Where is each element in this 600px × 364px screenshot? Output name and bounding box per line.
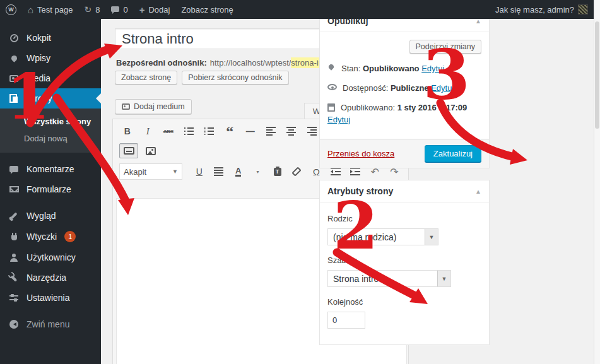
sidebar-item-label: Formularze [26,184,71,194]
italic-button[interactable]: I [140,124,156,139]
format-select-value: Akapit [124,167,172,177]
new-content-menu[interactable]: + Dodaj [134,0,176,19]
status-value: Opublikowano [363,64,420,73]
sidebar-item-label: Media [26,73,50,83]
sidebar-item-plugins[interactable]: Wtyczki1 [0,226,101,247]
attributes-panel-body: Rodzic (nie ma rodzica) ▼ Szablon Strona… [320,203,489,335]
site-name-menu[interactable]: ⌂ Test page [22,0,78,19]
comments-menu[interactable]: 0 [105,0,133,19]
bullet-list-button[interactable] [181,124,197,139]
sidebar-item-pages[interactable]: Strony [0,88,101,109]
add-new-icon: + [139,4,145,15]
collapse-icon [9,320,18,329]
justify-icon [214,167,223,176]
dashboard-icon [10,34,18,42]
collapse-panel-icon[interactable]: ▲ [475,188,481,195]
editor-sidebar: Opublikuj ▲ Podejrzyj zmiany Stan: Opubl… [319,9,490,345]
appearance-icon [10,212,17,219]
parent-label: Rodzic [327,214,481,223]
sidebar-item-tools[interactable]: Narzędzia [0,267,101,288]
bold-button[interactable]: B [119,124,136,139]
sidebar-item-label: Zwiń menu [26,319,69,329]
toolbar-toggle-button[interactable] [119,143,138,158]
sidebar-item-label: Wtyczki [26,232,57,242]
updates-icon: ↻ [84,4,91,15]
format-select[interactable]: Akapit ▼ [119,163,182,180]
bullet-list-icon [184,127,194,135]
sidebar-subitem[interactable]: Wszystkie strony [0,113,101,130]
image-button[interactable] [141,143,160,158]
sidebar-item-media[interactable]: Media [0,68,101,88]
publish-panel-footer: Przenieś do kosza Zaktualizuj [320,139,489,168]
text-color-button[interactable]: A [231,164,246,179]
home-icon: ⌂ [28,4,33,15]
account-menu[interactable]: Jak się masz, admin? [490,0,594,19]
update-button[interactable]: Zaktualizuj [425,145,481,162]
blockquote-icon: “ [226,128,233,134]
template-select[interactable]: Strona intro ▼ [327,270,451,287]
paste-as-text-button[interactable] [270,164,285,179]
strikethrough-button[interactable]: ABC [160,124,177,139]
view-page-button[interactable]: Zobacz stronę [115,71,177,85]
scrollbar-thumb[interactable] [595,21,599,129]
updates-count: 8 [95,5,100,15]
settings-icon [9,294,18,302]
updates-menu[interactable]: ↻ 8 [78,0,105,19]
numbered-list-button[interactable] [201,124,218,139]
sidebar-item-dashboard[interactable]: Kokpit [0,28,101,48]
scrollbar[interactable] [594,0,600,364]
image-icon [146,147,156,155]
page-action-buttons: Zobacz stronę Pobierz skrócony odnośnik [115,71,289,85]
sidebar-item-collapse[interactable]: Zwiń menu [0,314,101,334]
horizontal-rule-button[interactable]: — [242,124,259,139]
view-page-label: Zobacz stronę [181,5,233,15]
wordpress-logo-icon: W [6,4,16,15]
underline-button[interactable]: U [192,164,207,179]
status-pin-icon [327,63,334,70]
text-color-caret-button[interactable]: ▾ [250,164,266,179]
move-to-trash-link[interactable]: Przenieś do kosza [327,149,394,158]
blockquote-button[interactable]: “ [222,124,238,139]
edit-status-link[interactable]: Edytuj [421,64,444,73]
sidebar-menu: KokpitWpisyMediaStronyWszystkie stronyDo… [0,19,101,364]
preview-changes-button[interactable]: Podejrzyj zmiany [409,40,481,54]
published-date-text: Opublikowano: 1 sty 2016 o 17:09 [341,103,467,112]
admin-bar: W ⌂ Test page ↻ 8 0 + Dodaj Zobacz stron… [0,0,594,19]
sidebar-subitem[interactable]: Dodaj nową [0,130,101,147]
sidebar-item-label: Komentarze [26,164,74,174]
sidebar-item-comments[interactable]: Komentarze [0,159,101,179]
parent-select[interactable]: (nie ma rodzica) ▼ [327,228,438,245]
parent-select-value: (nie ma rodzica) [328,232,425,242]
add-media-button[interactable]: Dodaj medium [115,99,192,114]
chevron-down-icon: ▼ [172,168,178,175]
pages-icon [9,94,19,103]
align-right-icon [307,127,317,136]
get-shortlink-button[interactable]: Pobierz skrócony odnośnik [182,71,288,85]
justify-button[interactable] [211,164,226,179]
underline-icon: U [196,167,203,177]
sidebar-item-users[interactable]: Użytkownicy [0,247,101,267]
attributes-panel-header[interactable]: Atrybuty strony ▲ [320,180,489,203]
sidebar-item-forms[interactable]: Formularze [0,179,101,199]
sidebar-item-label: Użytkownicy [26,252,76,262]
edit-visibility-link[interactable]: Edytuj [431,83,454,93]
template-select-value: Strona intro [328,274,437,284]
sidebar-item-settings[interactable]: Ustawienia [0,288,101,308]
sidebar-item-appearance[interactable]: Wygląd [0,206,101,226]
edit-date-link[interactable]: Edytuj [327,115,350,124]
sidebar-item-posts[interactable]: Wpisy [0,48,101,68]
visibility-text: Dostępność: Publiczne Edytuj [343,83,454,93]
align-left-button[interactable] [263,124,279,139]
update-count-badge: 1 [64,231,76,242]
text-color-icon: A [235,167,241,177]
remove-format-button[interactable] [289,164,304,179]
view-page-link[interactable]: Zobacz stronę [175,0,238,19]
visibility-value: Publiczne [391,83,429,93]
status-row: Stan: Opublikowano Edytuj [327,64,481,73]
align-center-button[interactable] [283,124,300,139]
order-label: Kolejność [327,297,481,307]
strikethrough-icon: ABC [163,129,174,134]
align-right-button[interactable] [304,124,321,139]
order-input[interactable] [327,312,365,329]
wordpress-menu[interactable]: W [0,0,22,19]
